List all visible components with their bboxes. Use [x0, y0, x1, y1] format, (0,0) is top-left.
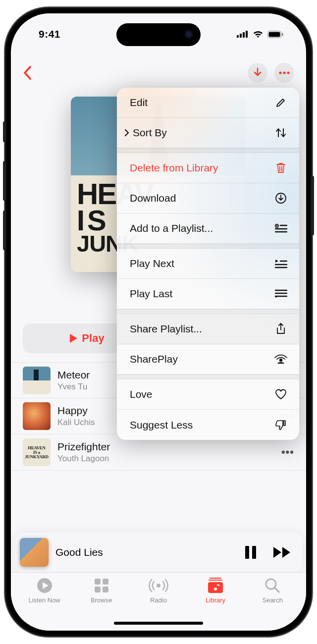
- svg-rect-6: [282, 33, 283, 36]
- status-time: 9:41: [39, 28, 60, 40]
- svg-rect-1: [240, 34, 242, 38]
- share-icon: [273, 322, 288, 335]
- svg-rect-16: [95, 579, 101, 585]
- library-icon: [207, 577, 224, 594]
- track-artwork: [23, 367, 51, 394]
- track-title: Prizefighter: [57, 441, 274, 453]
- menu-sort[interactable]: Sort By: [117, 118, 299, 148]
- download-circle-icon: [273, 192, 288, 204]
- pause-button[interactable]: [244, 545, 258, 560]
- track-artwork: [23, 402, 51, 430]
- chevron-right-icon: [122, 128, 132, 138]
- dynamic-island: [116, 23, 201, 46]
- svg-rect-19: [103, 587, 108, 592]
- nav-bar: [11, 58, 306, 88]
- play-last-icon: [273, 289, 288, 299]
- now-playing-bar[interactable]: Good Lies: [15, 533, 302, 572]
- wifi-icon: [253, 30, 264, 38]
- forward-button[interactable]: [272, 546, 292, 559]
- menu-share-playlist[interactable]: Share Playlist...: [117, 314, 299, 344]
- battery-icon: [267, 31, 283, 38]
- svg-rect-2: [243, 32, 245, 38]
- more-button[interactable]: [274, 63, 294, 83]
- menu-play-last[interactable]: Play Last: [117, 279, 299, 309]
- play-label: Play: [82, 332, 104, 345]
- svg-point-20: [157, 584, 160, 588]
- cellular-icon: [237, 31, 249, 38]
- download-arrow-icon: [252, 67, 263, 78]
- context-menu: Edit Sort By Delete from Library Downloa…: [117, 88, 299, 440]
- menu-play-next[interactable]: Play Next: [117, 249, 299, 279]
- download-button[interactable]: [248, 63, 267, 83]
- svg-rect-17: [103, 579, 108, 585]
- search-icon: [264, 577, 280, 594]
- thumbs-down-icon: [273, 419, 288, 431]
- svg-rect-18: [95, 587, 101, 592]
- svg-point-8: [283, 71, 285, 74]
- now-playing-artwork: [20, 538, 49, 567]
- svg-point-9: [287, 71, 289, 74]
- pencil-icon: [273, 97, 288, 108]
- menu-delete[interactable]: Delete from Library: [117, 153, 299, 183]
- track-artwork: HEAVENIS aJUNKYARD: [23, 438, 51, 466]
- menu-shareplay[interactable]: SharePlay: [117, 344, 299, 375]
- play-icon: [69, 333, 78, 343]
- shareplay-icon: [273, 354, 288, 365]
- svg-rect-14: [252, 546, 256, 559]
- tab-search[interactable]: Search: [247, 577, 298, 631]
- ellipsis-icon: [279, 71, 290, 74]
- sort-arrows-icon: [273, 127, 288, 138]
- track-more-icon[interactable]: •••: [281, 446, 294, 459]
- track-artist: Youth Lagoon: [57, 454, 274, 464]
- svg-rect-0: [237, 35, 239, 38]
- menu-love[interactable]: Love: [117, 379, 299, 410]
- grid-icon: [94, 577, 109, 594]
- menu-edit[interactable]: Edit: [117, 88, 299, 118]
- tab-listen-now[interactable]: Listen Now: [19, 577, 70, 631]
- svg-rect-3: [246, 31, 248, 38]
- home-indicator[interactable]: [114, 622, 203, 625]
- menu-add-playlist[interactable]: Add to a Playlist...: [117, 214, 299, 244]
- radio-icon: [149, 577, 168, 594]
- heart-icon: [273, 389, 288, 400]
- menu-download[interactable]: Download: [117, 183, 299, 214]
- svg-rect-13: [245, 546, 249, 559]
- play-next-icon: [273, 259, 288, 268]
- play-circle-icon: [36, 577, 53, 594]
- now-playing-title: Good Lies: [55, 546, 237, 558]
- svg-point-7: [279, 71, 281, 74]
- trash-icon: [273, 162, 288, 174]
- back-button[interactable]: [23, 65, 32, 80]
- menu-suggest-less[interactable]: Suggest Less: [117, 410, 299, 440]
- svg-rect-5: [269, 32, 280, 37]
- svg-point-12: [279, 359, 282, 362]
- add-playlist-icon: [273, 223, 288, 233]
